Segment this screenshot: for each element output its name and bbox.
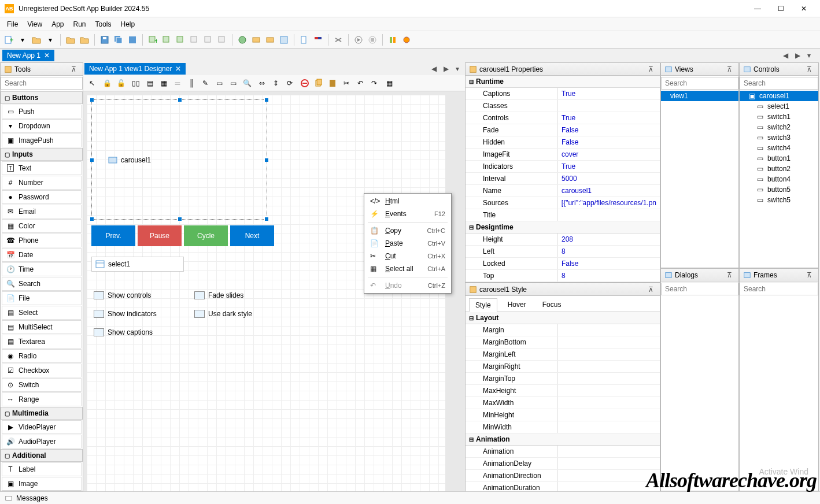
tool-color[interactable]: ▦Color xyxy=(2,219,82,233)
lang-button[interactable] xyxy=(312,34,324,46)
tool-imagepush[interactable]: ▣ImagePush xyxy=(2,134,82,147)
undo-button[interactable]: ↶ xyxy=(354,77,367,90)
nav-menu-icon[interactable]: ▾ xyxy=(805,50,813,61)
style-tab-focus[interactable]: Focus xyxy=(537,298,567,312)
align-stack-button[interactable]: ▤ xyxy=(143,77,156,90)
tool-select[interactable]: ▤Select xyxy=(2,306,82,320)
category-buttons[interactable]: Buttons xyxy=(1,91,83,104)
style-minwidth[interactable]: MinWidth xyxy=(466,421,660,433)
frames-search-input[interactable] xyxy=(740,283,818,295)
window-button[interactable] xyxy=(278,34,290,46)
envelope-button[interactable] xyxy=(264,34,276,46)
pause-button[interactable]: Pause xyxy=(138,225,182,246)
add-view-button[interactable]: + xyxy=(146,34,159,46)
tool-checkbox[interactable]: ☑Checkbox xyxy=(2,364,82,377)
saveall-button[interactable] xyxy=(112,34,125,46)
cut-button[interactable]: ✂ xyxy=(340,77,353,90)
close-icon[interactable]: ✕ xyxy=(44,51,50,60)
tool-password[interactable]: ●Password xyxy=(2,190,82,204)
category-multimedia[interactable]: Multimedia xyxy=(1,407,83,420)
copy-button[interactable] xyxy=(312,77,325,90)
tool-file[interactable]: 📄File xyxy=(2,291,82,305)
del-view-button[interactable] xyxy=(202,34,215,46)
control-item-switch4[interactable]: ▭switch4 xyxy=(740,143,818,153)
tool-email[interactable]: ✉Email xyxy=(2,205,82,218)
align-left-button[interactable]: ▯▯ xyxy=(130,77,142,90)
nav-prev-icon[interactable]: ◀ xyxy=(781,50,791,61)
tback-button[interactable]: ▭ xyxy=(227,77,239,90)
align-h-button[interactable]: ═ xyxy=(171,77,184,90)
pin-icon[interactable]: ⊼ xyxy=(727,271,735,279)
settings-button[interactable] xyxy=(332,34,345,46)
style-margin[interactable]: Margin xyxy=(466,324,660,336)
prop-interval[interactable]: Interval5000 xyxy=(466,173,660,185)
folder1-button[interactable] xyxy=(64,34,77,46)
stop-button[interactable] xyxy=(366,34,379,46)
controls-search-input[interactable] xyxy=(740,77,818,90)
tool-time[interactable]: 🕐Time xyxy=(2,262,82,276)
tfront-button[interactable]: ▭ xyxy=(213,77,226,90)
prop-controls[interactable]: ControlsTrue xyxy=(466,112,660,124)
ctx-cut[interactable]: ✂CutCtrl+X xyxy=(365,250,450,262)
designer-nav-next[interactable]: ▶ xyxy=(441,64,451,74)
dialogs-search-input[interactable] xyxy=(661,283,738,295)
menu-app[interactable]: App xyxy=(47,18,68,31)
control-item-button5[interactable]: ▭button5 xyxy=(740,184,818,195)
menu-run[interactable]: Run xyxy=(69,18,91,31)
nav-next-icon[interactable]: ▶ xyxy=(793,50,803,61)
animation-group[interactable]: Animation xyxy=(466,433,660,446)
tool-textarea[interactable]: ▤Textarea xyxy=(2,335,82,349)
next-button[interactable]: Next xyxy=(230,225,274,246)
tool-text[interactable]: 🅃Text xyxy=(2,161,82,175)
globe-button[interactable] xyxy=(236,34,249,46)
pin-icon[interactable]: ⊼ xyxy=(71,65,79,73)
designer-nav-prev[interactable]: ◀ xyxy=(429,64,439,74)
prop-name[interactable]: Namecarousel1 xyxy=(466,185,660,197)
prop-classes[interactable]: Classes xyxy=(466,100,660,112)
menu-file[interactable]: File xyxy=(2,18,23,31)
style-marginleft[interactable]: MarginLeft xyxy=(466,349,660,361)
control-root[interactable]: ▣carousel1 xyxy=(740,91,818,101)
paint-button[interactable]: ✎ xyxy=(199,77,212,90)
category-additional[interactable]: Additional xyxy=(1,449,83,462)
carousel-element[interactable]: carousel1 xyxy=(91,99,267,220)
doc-tab[interactable]: New App 1 ✕ xyxy=(2,50,54,61)
copy-view-button[interactable] xyxy=(188,34,201,46)
save-button[interactable] xyxy=(98,34,111,46)
saveas-button[interactable] xyxy=(126,34,139,46)
prop-captions[interactable]: CaptionsTrue xyxy=(466,88,660,100)
align-grid-button[interactable]: ▦ xyxy=(157,77,170,90)
tool-number[interactable]: #Number xyxy=(2,176,82,190)
layout-group[interactable]: Layout xyxy=(466,312,660,324)
pin-icon[interactable]: ⊼ xyxy=(807,271,815,279)
tool-search[interactable]: 🔍Search xyxy=(2,277,82,291)
tool-phone[interactable]: ☎Phone xyxy=(2,234,82,247)
minimize-button[interactable]: — xyxy=(746,1,769,17)
ctx-copy[interactable]: 📋CopyCtrl+C xyxy=(365,224,450,237)
style-marginbottom[interactable]: MarginBottom xyxy=(466,336,660,349)
style-minheight[interactable]: MinHeight xyxy=(466,409,660,421)
align-v-button[interactable]: ║ xyxy=(185,77,198,90)
menu-view[interactable]: View xyxy=(23,18,47,31)
pin-icon[interactable]: ⊼ xyxy=(648,65,656,73)
mail-button[interactable] xyxy=(250,34,263,46)
add-frame-button[interactable] xyxy=(174,34,187,46)
prop-hidden[interactable]: HiddenFalse xyxy=(466,136,660,149)
folder2-button[interactable] xyxy=(78,34,91,46)
ctx-paste[interactable]: 📄PasteCtrl+V xyxy=(365,237,450,250)
style-maxheight[interactable]: MaxHeight xyxy=(466,385,660,397)
tool-date[interactable]: 📅Date xyxy=(2,248,82,262)
style-tab-style[interactable]: Style xyxy=(469,298,497,312)
control-item-switch1[interactable]: ▭switch1 xyxy=(740,112,818,122)
rotate-button[interactable]: ⟳ xyxy=(283,77,296,90)
style-body[interactable]: Layout MarginMarginBottomMarginLeftMargi… xyxy=(466,312,660,494)
ctx-html[interactable]: </>Html xyxy=(365,195,450,207)
menu-help[interactable]: Help xyxy=(116,18,140,31)
cycle-button[interactable]: Cycle xyxy=(184,225,228,246)
props-button[interactable]: ▦ xyxy=(383,77,396,90)
style-maxwidth[interactable]: MaxWidth xyxy=(466,397,660,409)
pointer-button[interactable]: ↖ xyxy=(86,77,98,90)
redo-button[interactable]: ↷ xyxy=(368,77,381,90)
style-animationdelay[interactable]: AnimationDelay xyxy=(466,458,660,470)
messages-label[interactable]: Messages xyxy=(16,494,48,502)
